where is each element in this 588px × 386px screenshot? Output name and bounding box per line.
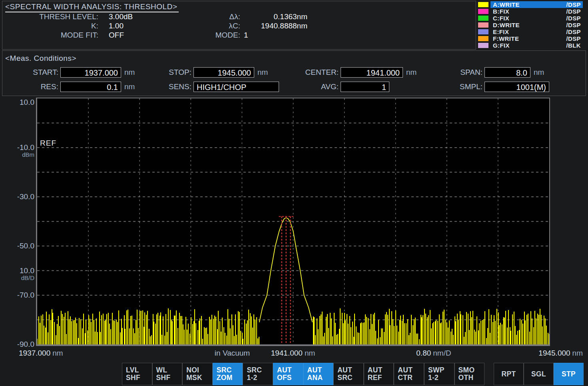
analysis-field-delta-lambda-value: 0.1363nm: [240, 12, 307, 21]
center-unit: nm: [406, 68, 417, 77]
avg-value-box[interactable]: 1: [341, 82, 389, 92]
analysis-field-mode: MODE:1: [200, 30, 316, 40]
ref-level-label: REF: [40, 139, 56, 148]
start-value-box[interactable]: 1937.000: [60, 67, 121, 78]
trace-row-c[interactable]: C:FIX/DSP: [478, 15, 583, 22]
softkey-label-top: LVL: [126, 366, 152, 374]
analysis-field-mode-fit-value: OFF: [109, 31, 124, 40]
smpl-value-box[interactable]: 1001(M): [484, 82, 549, 92]
trace-row-e[interactable]: E:FIX/DSP: [478, 28, 583, 35]
analysis-field-thresh-level: THRESH LEVEL:3.00dB: [2, 12, 174, 21]
analysis-params-left: THRESH LEVEL:3.00dBK:1.00MODE FIT:OFF: [2, 12, 174, 40]
trace-c-label: C:FIX: [493, 15, 566, 22]
x-tick-3-text: 0.80: [416, 349, 431, 357]
stop-value-box[interactable]: 1945.000: [193, 67, 254, 78]
softkey-label-top: AUT: [398, 366, 424, 374]
trace-c-color-swatch: [478, 16, 488, 21]
x-tick-2-text: 1941.000: [271, 349, 303, 357]
res-label: RES:: [4, 82, 58, 91]
trace-row-b[interactable]: B:FIX/DSP: [478, 8, 583, 15]
res-value-box[interactable]: 0.1: [60, 82, 121, 92]
runkey-sgl[interactable]: SGL: [524, 363, 554, 385]
trace-f-info: F:WRITE/DSP: [490, 35, 583, 42]
softkey-aut-ctr[interactable]: AUTCTR: [394, 363, 424, 385]
softkey-aut-ana[interactable]: AUTANA: [303, 363, 334, 385]
y-tick-sub-dBD: dB/D: [0, 275, 34, 281]
center-label: CENTER:: [280, 68, 339, 77]
span-value-box[interactable]: 8.0: [484, 67, 530, 78]
trace-legend: A:WRITE/DSPB:FIX/DSPC:FIX/DSPD:WRITE/DSP…: [478, 1, 583, 49]
softkey-label-top: SRC: [247, 366, 273, 374]
sens-field: SENS:HIGH1/CHOP: [136, 81, 279, 92]
trace-c-info: C:FIX/DSP: [490, 15, 583, 22]
softkey-src-1-2[interactable]: SRC1-2: [243, 363, 273, 385]
trace-e-info: E:FIX/DSP: [490, 28, 583, 35]
sens-value-box[interactable]: HIGH1/CHOP: [193, 82, 279, 92]
trace-f-label: F:WRITE: [493, 35, 566, 42]
softkey-wl-shf[interactable]: WLSHF: [152, 363, 183, 385]
softkey-label-bottom: ANA: [307, 374, 333, 382]
trace-g-status: /BLK: [566, 42, 581, 49]
x-tick-4-unit: nm: [572, 349, 583, 357]
trace-b-info: B:FIX/DSP: [490, 8, 583, 15]
y-tick-100-1: -10.0dBm: [0, 144, 34, 158]
analysis-field-lambda-c: λC:1940.8888nm: [200, 21, 316, 30]
trace-a-label: A:WRITE: [493, 1, 566, 8]
softkey-aut-ref[interactable]: AUTREF: [364, 363, 394, 385]
smpl-field: SMPL:1001(M): [424, 81, 549, 92]
trace-f-status: /DSP: [566, 35, 581, 42]
softkey-label-bottom: SRC: [337, 374, 363, 382]
runkey-rpt[interactable]: RPT: [494, 363, 524, 385]
x-tick-2-unit: nm: [305, 349, 315, 357]
y-tick-700-5: -70.0: [0, 291, 34, 299]
analysis-field-k-label: K:: [2, 22, 98, 30]
softkey-aut-ofs[interactable]: AUTOFS: [273, 363, 303, 385]
x-tick-4: 1945.000nm: [538, 349, 583, 358]
x-axis-labels: 1937.000nmin Vacuum1941.000nm0.80nm/D194…: [37, 349, 549, 359]
spectrum-plot-area: REF: [36, 98, 550, 346]
trace-row-g[interactable]: G:FIX/BLK: [478, 42, 583, 49]
softkey-label-bottom: OTH: [458, 374, 484, 382]
meas-conditions-panel: <Meas. Conditions> START:1937.000nmSTOP:…: [2, 50, 586, 96]
softkey-label-bottom: SHF: [126, 374, 152, 382]
softkey-aut-src[interactable]: AUTSRC: [333, 363, 364, 385]
trace-a-info: A:WRITE/DSP: [490, 1, 583, 8]
trace-a-color-swatch: [478, 2, 488, 7]
smpl-label: SMPL:: [424, 82, 482, 91]
analysis-field-mode-fit: MODE FIT:OFF: [2, 30, 174, 40]
x-tick-2: 1941.000nm: [249, 349, 337, 358]
trace-e-color-swatch: [478, 29, 488, 34]
softkey-label-top: AUT: [337, 366, 363, 374]
center-field: CENTER:1941.000nm: [280, 67, 417, 78]
softkey-label-bottom: OFS: [277, 374, 303, 382]
softkey-swp-1-2[interactable]: SWP1-2: [424, 363, 454, 385]
trace-b-status: /DSP: [566, 8, 581, 15]
softkey-src-zom[interactable]: SRCZOM: [213, 363, 243, 385]
runkey-stp[interactable]: STP: [554, 363, 584, 385]
meas-conditions-title: <Meas. Conditions>: [5, 54, 76, 63]
softkey-label-bottom: SHF: [156, 374, 182, 382]
center-value-box[interactable]: 1941.000: [341, 67, 403, 78]
span-label: SPAN:: [424, 68, 482, 77]
softkey-lvl-shf[interactable]: LVLSHF: [122, 363, 152, 385]
x-tick-3: 0.80nm/D: [390, 349, 478, 358]
trace-d-status: /DSP: [566, 22, 581, 28]
softkey-label-top: WL: [156, 366, 182, 374]
analysis-field-mode-value: 1: [240, 31, 311, 40]
y-axis-labels: 10.0-10.0dBm-30.0-50.010.0dB/D-70.0-90.0: [0, 98, 34, 345]
trace-row-a[interactable]: A:WRITE/DSP: [478, 1, 583, 8]
analysis-field-mode-label: MODE:: [200, 31, 240, 40]
res-field: RES:0.1nm: [4, 81, 135, 92]
softkey-label-bottom: MSK: [186, 374, 212, 382]
softkey-smo-oth[interactable]: SMOOTH: [454, 363, 485, 385]
trace-a-status: /DSP: [566, 1, 581, 8]
trace-d-label: D:WRITE: [493, 22, 566, 28]
softkey-noi-msk[interactable]: NOIMSK: [182, 363, 213, 385]
x-tick-3-unit: nm/D: [433, 349, 451, 357]
span-unit: nm: [534, 68, 544, 77]
y-tick-100-4: 10.0dB/D: [0, 267, 34, 281]
trace-row-d[interactable]: D:WRITE/DSP: [478, 22, 583, 28]
softkey-label-top: SMO: [458, 366, 484, 374]
trace-row-f[interactable]: F:WRITE/DSP: [478, 35, 583, 42]
avg-label: AVG:: [280, 82, 339, 91]
